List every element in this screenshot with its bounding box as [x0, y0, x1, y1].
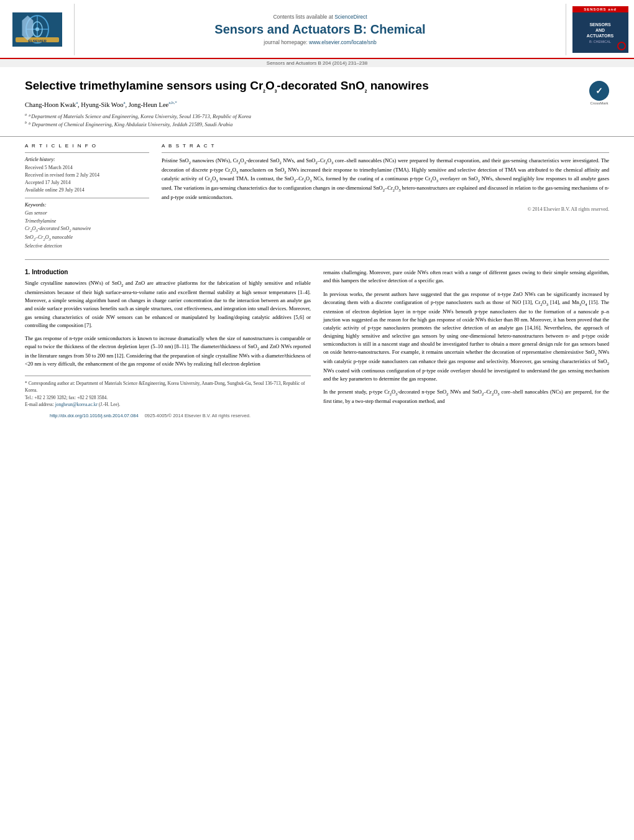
- keywords-label: Keywords:: [25, 202, 149, 208]
- article-title: Selective trimethylamine sensors using C…: [25, 78, 609, 94]
- footnote-tel: Tel.: +82 2 3290 3282; fax: +82 2 928 35…: [25, 394, 311, 401]
- journal-title-section: Contents lists available at ScienceDirec…: [75, 4, 566, 55]
- column-right: remains challenging. Moreover, pure oxid…: [323, 269, 609, 410]
- sensors-logo-top-label: SENSORS and: [572, 6, 628, 12]
- section1-right-para2: In previous works, the present authors h…: [323, 290, 609, 384]
- svg-point-5: [35, 27, 39, 31]
- elsevier-logo-image: ELSEVIER: [12, 12, 62, 47]
- homepage-link[interactable]: www.elsevier.com/locate/snb: [309, 39, 377, 45]
- section1-para2: The gas response of n-type oxide semicon…: [25, 335, 311, 368]
- affiliation-a: a ᵃ Department of Materials Science and …: [25, 112, 609, 121]
- info-abstract-section: A R T I C L E I N F O Article history: R…: [25, 143, 609, 260]
- affiliations: a ᵃ Department of Materials Science and …: [25, 112, 609, 129]
- affiliation-b: b ᵇ Department of Chemical Engineering, …: [25, 120, 609, 129]
- available-date: Available online 29 July 2014: [25, 187, 149, 194]
- doi-bar: Sensors and Actuators B 204 (2014) 231–2…: [0, 59, 634, 67]
- contents-link: Contents lists available at ScienceDirec…: [273, 14, 367, 20]
- section1-right-para3: In the present study, p-type Cr2O3-decor…: [323, 388, 609, 405]
- svg-text:ELSEVIER: ELSEVIER: [28, 39, 47, 43]
- footnote-star: * Corresponding author at: Department of…: [25, 380, 311, 394]
- crossmark-icon: ✓: [589, 81, 609, 101]
- accepted-date: Accepted 17 July 2014: [25, 179, 149, 187]
- received-revised-date: Received in revised form 2 July 2014: [25, 172, 149, 179]
- column-left: 1. Introduction Single crystalline nanow…: [25, 269, 311, 410]
- sensors-logo-body: SENSORSandACTUATORS B: Chemical: [586, 12, 615, 53]
- bottom-bar: http://dx.doi.org/10.1016/j.snb.2014.07.…: [25, 410, 609, 421]
- section1-para1: Single crystalline nanowires (NWs) of Sn…: [25, 279, 311, 330]
- journal-title: Sensors and Actuators B: Chemical: [214, 22, 425, 37]
- copyright-line: © 2014 Elsevier B.V. All rights reserved…: [162, 206, 609, 212]
- sciencedirect-link[interactable]: ScienceDirect: [334, 14, 367, 20]
- sensors-actuators-logo: SENSORS and SENSORSandACTUATORS B: Chemi…: [572, 6, 628, 53]
- footnote-area: * Corresponding author at: Department of…: [25, 376, 311, 408]
- doi-text: Sensors and Actuators B 204 (2014) 231–2…: [267, 60, 367, 66]
- article-info: A R T I C L E I N F O Article history: R…: [25, 143, 149, 251]
- doi-link[interactable]: http://dx.doi.org/10.1016/j.snb.2014.07.…: [50, 413, 139, 418]
- elsevier-logo: ELSEVIER: [12, 12, 62, 47]
- section1-number: 1.: [25, 269, 30, 275]
- article-info-title: A R T I C L E I N F O: [25, 143, 149, 149]
- crossmark-badge: ✓ CrossMark: [589, 81, 609, 105]
- elsevier-logo-section: ELSEVIER: [0, 4, 75, 55]
- section1-label: Introduction: [32, 269, 68, 275]
- main-content: 1. Introduction Single crystalline nanow…: [25, 269, 609, 410]
- authors: Chang-Hoon Kwaka, Hyung-Sik Wooa, Jong-H…: [25, 100, 609, 108]
- article-body: A R T I C L E I N F O Article history: R…: [0, 137, 634, 427]
- keywords-list: Gas sensorTrimethylamineCr2O3-decorated …: [25, 210, 149, 251]
- section1-right-para1: remains challenging. Moreover, pure oxid…: [323, 269, 609, 285]
- article-header: ✓ CrossMark Selective trimethylamine sen…: [0, 67, 634, 137]
- abstract-title: A B S T R A C T: [162, 143, 609, 149]
- abstract-section: A B S T R A C T Pristine SnO2 nanowires …: [162, 143, 609, 251]
- section1-title: 1. Introduction: [25, 269, 311, 275]
- sensors-logo-title: SENSORSandACTUATORS: [587, 22, 613, 39]
- sensors-logo-decoration: [617, 42, 626, 50]
- article-history-label: Article history:: [25, 157, 149, 162]
- received-date: Received 5 March 2014: [25, 164, 149, 172]
- sensors-logo-section: SENSORS and SENSORSandACTUATORS B: Chemi…: [566, 4, 634, 55]
- issn-text: 0925-4005/© 2014 Elsevier B.V. All right…: [145, 413, 250, 418]
- sensors-logo-sub: B: Chemical: [589, 40, 611, 44]
- abstract-text: Pristine SnO2 nanowires (NWs), Cr2O3-dec…: [162, 157, 609, 201]
- journal-header: ELSEVIER Contents lists available at Sci…: [0, 0, 634, 59]
- email-link[interactable]: jongheun@korea.ac.kr: [55, 402, 98, 407]
- journal-homepage: journal homepage: www.elsevier.com/locat…: [264, 39, 376, 45]
- footnote-email: E-mail address: jongheun@korea.ac.kr (J.…: [25, 401, 311, 408]
